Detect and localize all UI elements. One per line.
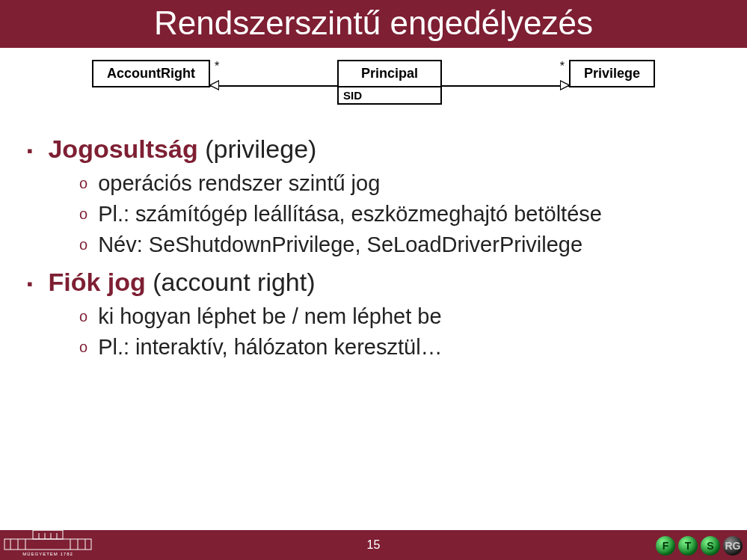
sub-item: Pl.: számítógép leállítása, eszközmeghaj… xyxy=(79,202,720,227)
bullet-list: ▪ Jogosultság (privilege) operációs rend… xyxy=(27,135,720,360)
uml-assoc-left: * xyxy=(210,72,337,99)
sub-list: ki hogyan léphet be / nem léphet be Pl.:… xyxy=(27,304,720,360)
ftsrg-logo: F T S RG xyxy=(656,536,743,556)
uml-diagram: AccountRight * Principal SID * Privilege xyxy=(0,60,747,105)
uml-principal-box: Principal SID xyxy=(337,60,442,105)
logo-lobe-t: T xyxy=(678,536,698,556)
logo-lobe-f: F xyxy=(656,536,675,556)
uml-accountright-label: AccountRight xyxy=(93,61,209,86)
sub-item: Pl.: interaktív, hálózaton keresztül… xyxy=(79,335,720,360)
footer-bar: 15 xyxy=(0,530,747,560)
square-bullet-icon: ▪ xyxy=(27,141,37,161)
uml-privilege-label: Privilege xyxy=(571,61,654,86)
svg-rect-1 xyxy=(33,530,63,539)
page-number: 15 xyxy=(367,538,381,552)
square-bullet-icon: ▪ xyxy=(27,274,37,294)
sub-item: ki hogyan léphet be / nem léphet be xyxy=(79,304,720,329)
uml-privilege-box: Privilege xyxy=(569,60,655,87)
university-logo: MŰEGYETEM 1782 xyxy=(3,524,93,557)
university-logo-text: MŰEGYETEM 1782 xyxy=(22,552,73,556)
logo-lobe-rg: RG xyxy=(723,536,743,556)
uml-principal-label: Principal xyxy=(339,61,440,86)
uml-mult-left: * xyxy=(215,60,219,73)
bullet-item: ▪ Jogosultság (privilege) operációs rend… xyxy=(27,135,720,257)
bullet-heading-rest: (privilege) xyxy=(198,135,317,163)
uml-accountright-box: AccountRight xyxy=(92,60,210,87)
logo-lobe-s: S xyxy=(701,536,720,556)
bullet-heading-strong: Fiók jog xyxy=(48,268,145,296)
slide-title: Rendszerszintű engedélyezés xyxy=(0,0,747,48)
bullet-item: ▪ Fiók jog (account right) ki hogyan lép… xyxy=(27,268,720,360)
svg-marker-2 xyxy=(33,526,63,530)
svg-rect-0 xyxy=(4,539,91,550)
uml-mult-right: * xyxy=(560,60,565,73)
bullet-heading-rest: (account right) xyxy=(146,268,316,296)
slide-body: ▪ Jogosultság (privilege) operációs rend… xyxy=(0,105,747,360)
sub-item: operációs rendszer szintű jog xyxy=(79,171,720,196)
uml-assoc-right: * xyxy=(442,72,569,99)
sub-list: operációs rendszer szintű jog Pl.: számí… xyxy=(27,171,720,257)
bullet-heading-strong: Jogosultság xyxy=(48,135,197,163)
building-icon: MŰEGYETEM 1782 xyxy=(3,526,93,557)
uml-principal-attr: SID xyxy=(339,86,440,103)
sub-item: Név: SeShutdownPrivilege, SeLoadDriverPr… xyxy=(79,233,720,257)
